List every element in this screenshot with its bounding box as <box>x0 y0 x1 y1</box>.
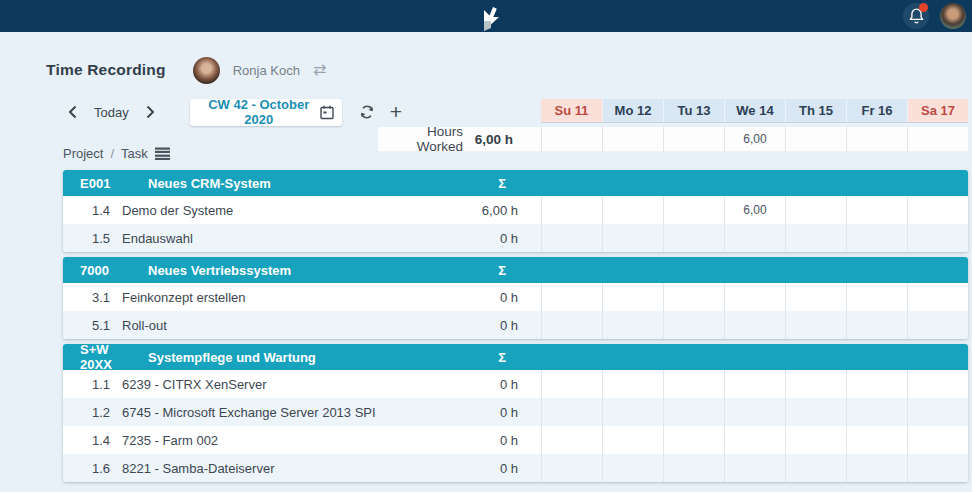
project-header[interactable]: S+W 20XXSystempflege und WartungΣ <box>63 344 968 370</box>
today-button[interactable]: Today <box>94 105 129 120</box>
task-total-hours: 0 h <box>461 461 541 476</box>
time-entry-cell[interactable]: 6,00 <box>724 196 785 224</box>
task-number: 1.4 <box>63 433 110 448</box>
task-info: 1.5Endauswahl0 h <box>63 224 541 252</box>
time-entry-cell[interactable] <box>907 454 968 482</box>
project-name: Neues CRM-System <box>148 176 461 191</box>
time-entry-cell[interactable] <box>724 311 785 339</box>
time-entry-cell[interactable] <box>663 454 724 482</box>
project-header[interactable]: E001Neues CRM-SystemΣ <box>63 170 968 196</box>
sum-sigma-button[interactable]: Σ <box>461 263 541 278</box>
time-entry-cell[interactable] <box>602 283 663 311</box>
time-entry-cell[interactable] <box>602 426 663 454</box>
time-entry-cell[interactable] <box>663 426 724 454</box>
task-info: 1.47235 - Farm 0020 h <box>63 426 541 454</box>
time-entry-cell[interactable] <box>541 370 602 398</box>
project-code: S+W 20XX <box>80 344 142 372</box>
time-entry-cell[interactable] <box>846 370 907 398</box>
sum-sigma-button[interactable]: Σ <box>461 350 541 365</box>
time-entry-cell[interactable] <box>907 311 968 339</box>
task-info: 1.68221 - Samba-Dateiserver0 h <box>63 454 541 482</box>
task-total-hours: 6,00 h <box>461 203 541 218</box>
task-number: 1.5 <box>63 231 110 246</box>
account-avatar[interactable] <box>940 3 966 29</box>
time-entry-cell[interactable] <box>907 398 968 426</box>
page-header: Time Recording Ronja Koch ⇄ <box>46 56 326 84</box>
hours-worked-day-value <box>907 127 968 152</box>
time-entry-cell[interactable] <box>541 398 602 426</box>
timesheet-grid: E001Neues CRM-SystemΣ1.4Demo der Systeme… <box>63 170 968 487</box>
time-entry-cell[interactable] <box>724 454 785 482</box>
time-entry-cell[interactable] <box>602 224 663 252</box>
time-entry-cell[interactable] <box>724 426 785 454</box>
time-entry-cell[interactable] <box>724 283 785 311</box>
day-header-sa-17: Sa 17 <box>907 99 968 123</box>
prev-week-button[interactable] <box>63 101 81 123</box>
time-entry-cell[interactable] <box>602 370 663 398</box>
task-row[interactable]: 3.1Feinkonzept erstellen0 h <box>63 283 968 311</box>
user-avatar[interactable] <box>193 57 220 84</box>
time-entry-cell[interactable] <box>663 370 724 398</box>
task-name: Feinkonzept erstellen <box>122 290 461 305</box>
task-row[interactable]: 1.26745 - Microsoft Exchange Server 2013… <box>63 398 968 426</box>
time-entry-cell[interactable] <box>846 283 907 311</box>
refresh-button[interactable] <box>359 104 375 120</box>
time-entry-cell[interactable] <box>724 398 785 426</box>
time-entry-cell[interactable] <box>785 311 846 339</box>
time-entry-cell[interactable] <box>602 196 663 224</box>
switch-user-icon[interactable]: ⇄ <box>313 62 326 78</box>
time-entry-cell[interactable] <box>846 454 907 482</box>
time-entry-cell[interactable] <box>907 426 968 454</box>
time-entry-cell[interactable] <box>907 370 968 398</box>
time-entry-cell[interactable] <box>541 311 602 339</box>
time-entry-cell[interactable] <box>907 196 968 224</box>
time-entry-cell[interactable] <box>724 370 785 398</box>
next-week-button[interactable] <box>142 101 160 123</box>
project-card: S+W 20XXSystempflege und WartungΣ1.16239… <box>63 344 968 482</box>
time-entry-cell[interactable] <box>785 283 846 311</box>
time-entry-cell[interactable] <box>785 398 846 426</box>
row-density-button[interactable] <box>155 147 170 160</box>
time-entry-cell[interactable] <box>602 398 663 426</box>
time-entry-cell[interactable] <box>785 196 846 224</box>
time-entry-cell[interactable] <box>663 398 724 426</box>
time-entry-cell[interactable] <box>541 426 602 454</box>
time-entry-cell[interactable] <box>785 454 846 482</box>
time-entry-cell[interactable] <box>541 196 602 224</box>
sum-sigma-button[interactable]: Σ <box>461 176 541 191</box>
task-row[interactable]: 5.1Roll-out0 h <box>63 311 968 339</box>
time-entry-cell[interactable] <box>602 311 663 339</box>
time-entry-cell[interactable] <box>602 454 663 482</box>
time-entry-cell[interactable] <box>846 196 907 224</box>
time-entry-cell[interactable] <box>846 311 907 339</box>
time-entry-cell[interactable] <box>663 224 724 252</box>
time-entry-cell[interactable] <box>663 311 724 339</box>
user-name: Ronja Koch <box>233 63 300 78</box>
time-entry-cell[interactable] <box>785 370 846 398</box>
task-row[interactable]: 1.47235 - Farm 0020 h <box>63 426 968 454</box>
time-entry-cell[interactable] <box>846 398 907 426</box>
add-entry-button[interactable]: + <box>390 102 402 122</box>
time-entry-cell[interactable] <box>785 426 846 454</box>
time-entry-cell[interactable] <box>663 196 724 224</box>
time-entry-cell[interactable] <box>541 224 602 252</box>
time-entry-cell[interactable] <box>846 426 907 454</box>
time-entry-cell[interactable] <box>541 283 602 311</box>
notifications-button[interactable] <box>903 3 929 29</box>
time-entry-cell[interactable] <box>785 224 846 252</box>
project-header[interactable]: 7000Neues VertriebssystemΣ <box>63 257 968 283</box>
time-entry-cell[interactable] <box>907 224 968 252</box>
task-total-hours: 0 h <box>461 433 541 448</box>
task-row[interactable]: 1.5Endauswahl0 h <box>63 224 968 252</box>
task-row[interactable]: 1.68221 - Samba-Dateiserver0 h <box>63 454 968 482</box>
time-entry-cell[interactable] <box>907 283 968 311</box>
time-entry-cell[interactable] <box>541 454 602 482</box>
time-entry-cell[interactable] <box>724 224 785 252</box>
list-rows-icon <box>155 147 170 160</box>
week-picker-value: CW 42 - October 2020 <box>198 97 320 127</box>
time-entry-cell[interactable] <box>846 224 907 252</box>
time-entry-cell[interactable] <box>663 283 724 311</box>
task-row[interactable]: 1.16239 - CITRX XenServer0 h <box>63 370 968 398</box>
week-picker[interactable]: CW 42 - October 2020 <box>190 99 342 126</box>
task-row[interactable]: 1.4Demo der Systeme6,00 h6,00 <box>63 196 968 224</box>
